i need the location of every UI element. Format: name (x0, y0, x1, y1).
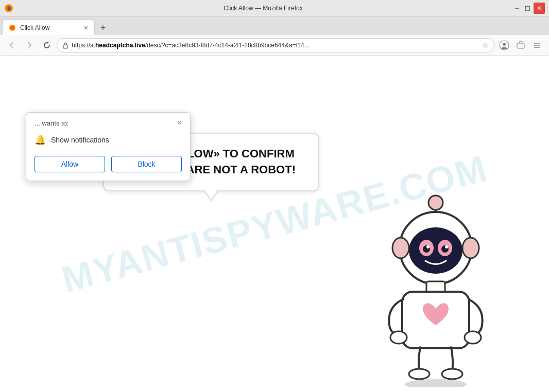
tab-favicon-icon (9, 24, 16, 31)
tab-close-icon[interactable]: × (84, 24, 88, 32)
tab-bar: Click Allow × + (0, 16, 549, 35)
url-domain: headcaptcha.live (95, 42, 145, 49)
page-content: MYANTISPYWARE.COM CLICK «ALLOW» TO CONFI… (0, 56, 549, 392)
permission-text: Show notifications (51, 136, 109, 144)
svg-point-22 (445, 245, 448, 248)
menu-button[interactable] (529, 38, 545, 53)
svg-rect-3 (525, 6, 529, 10)
robot-svg (364, 191, 508, 387)
popup-header: ... wants to: × (35, 119, 182, 127)
window-title: Click Allow — Mozilla Firefox (13, 5, 513, 12)
reload-button[interactable] (39, 38, 55, 53)
maximize-button[interactable] (523, 4, 531, 12)
title-bar-left (4, 4, 13, 13)
firefox-account-button[interactable] (496, 38, 512, 53)
window-controls: ✕ (513, 3, 545, 14)
popup-action-buttons: Allow Block (35, 156, 182, 172)
url-display: https://a.headcaptcha.live/desc/?c=ac3e8… (72, 42, 479, 49)
extensions-button[interactable] (513, 38, 528, 53)
svg-point-5 (10, 26, 14, 30)
popup-close-button[interactable]: × (177, 119, 182, 127)
back-button[interactable] (4, 38, 20, 53)
svg-point-28 (465, 331, 481, 344)
robot-image (364, 191, 508, 387)
popup-permission-row: 🔔 Show notifications (35, 132, 182, 148)
svg-point-8 (503, 43, 506, 46)
close-button[interactable]: ✕ (534, 3, 545, 14)
block-button[interactable]: Block (111, 156, 182, 172)
bell-icon: 🔔 (35, 134, 46, 146)
svg-point-14 (428, 195, 443, 210)
svg-point-24 (462, 238, 479, 258)
title-bar: Click Allow — Mozilla Firefox ✕ (0, 0, 549, 16)
svg-point-31 (405, 379, 467, 387)
firefox-logo-icon (4, 4, 13, 13)
active-tab[interactable]: Click Allow × (2, 20, 95, 35)
popup-wants-to-text: ... wants to: (35, 119, 68, 127)
svg-point-21 (426, 245, 430, 248)
lock-icon (62, 42, 68, 49)
new-tab-button[interactable]: + (96, 21, 110, 35)
nav-bar: https://a.headcaptcha.live/desc/?c=ac3e8… (0, 35, 549, 56)
notification-popup: ... wants to: × 🔔 Show notifications All… (26, 112, 191, 181)
address-security-icons (62, 42, 68, 49)
forward-button[interactable] (22, 38, 37, 53)
minimize-button[interactable] (513, 4, 521, 12)
allow-button[interactable]: Allow (35, 156, 105, 172)
svg-point-23 (392, 238, 409, 258)
svg-point-27 (390, 331, 407, 344)
svg-rect-9 (517, 43, 524, 48)
address-bar[interactable]: https://a.headcaptcha.live/desc/?c=ac3e8… (57, 38, 494, 52)
svg-point-30 (442, 369, 462, 379)
svg-rect-6 (63, 45, 67, 48)
bookmark-star-icon[interactable]: ☆ (482, 41, 489, 49)
svg-point-16 (409, 227, 462, 274)
nav-right-icons (496, 38, 545, 53)
svg-point-29 (409, 369, 430, 379)
browser-window: Click Allow — Mozilla Firefox ✕ Click Al… (0, 0, 549, 392)
tab-label: Click Allow (20, 24, 78, 31)
